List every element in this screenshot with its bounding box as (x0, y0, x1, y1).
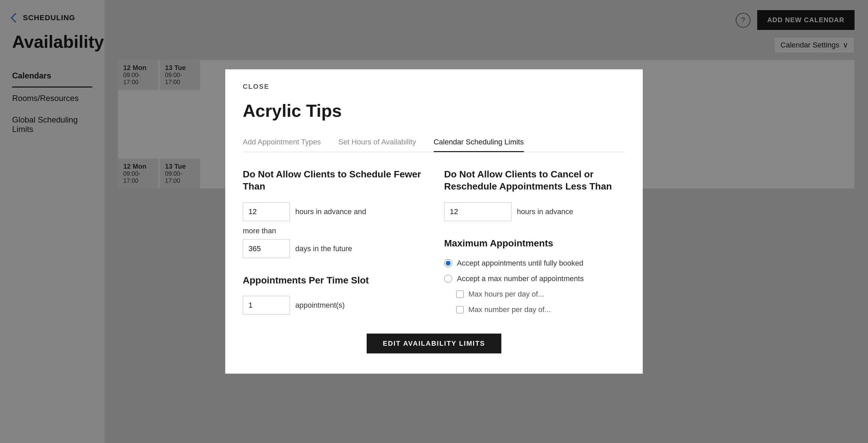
modal: CLOSE Acrylic Tips Add Appointment Types… (225, 69, 643, 374)
right-column: Do Not Allow Clients to Cancel or Resche… (444, 168, 625, 320)
max-appointments-title: Maximum Appointments (444, 237, 625, 249)
appointments-per-slot-section: Appointments Per Time Slot appointment(s… (243, 274, 424, 315)
edit-availability-limits-button[interactable]: EDIT AVAILABILITY LIMITS (367, 334, 501, 353)
hours-advance-input[interactable] (243, 202, 290, 221)
appointments-per-slot-title: Appointments Per Time Slot (243, 274, 424, 286)
schedule-min-title: Do Not Allow Clients to Schedule Fewer T… (243, 168, 424, 193)
radio-group-max-appointments: Accept appointments until fully booked A… (444, 259, 625, 314)
cancel-reschedule-title: Do Not Allow Clients to Cancel or Resche… (444, 168, 625, 193)
radio-fully-booked-label: Accept appointments until fully booked (457, 259, 583, 267)
checkbox-max-number-per-day-label: Max number per day of... (468, 305, 551, 314)
radio-fully-booked[interactable]: Accept appointments until fully booked (444, 259, 625, 267)
more-than-text: more than (243, 226, 424, 235)
radio-fully-booked-input[interactable] (444, 259, 452, 267)
modal-close-button[interactable]: CLOSE (243, 83, 625, 91)
cancel-hours-input[interactable] (444, 202, 512, 221)
days-future-row: days in the future (243, 239, 424, 258)
radio-max-number-label: Accept a max number of appointments (457, 274, 584, 283)
modal-title: Acrylic Tips (243, 101, 625, 121)
cancel-reschedule-section: Do Not Allow Clients to Cancel or Resche… (444, 168, 625, 221)
tab-set-hours[interactable]: Set Hours of Availability (338, 133, 416, 152)
modal-tabs: Add Appointment Types Set Hours of Avail… (243, 133, 625, 152)
cancel-hours-row: hours in advance (444, 202, 625, 221)
checkbox-max-hours-label: Max hours per day of... (468, 290, 544, 298)
checkbox-max-hours-input[interactable] (456, 290, 464, 298)
days-future-label: days in the future (295, 244, 352, 253)
modal-bottom: EDIT AVAILABILITY LIMITS (243, 334, 625, 353)
cancel-hours-label: hours in advance (517, 208, 574, 216)
hours-advance-row: hours in advance and (243, 202, 424, 221)
modal-two-col: Do Not Allow Clients to Schedule Fewer T… (243, 168, 625, 320)
schedule-min-section: Do Not Allow Clients to Schedule Fewer T… (243, 168, 424, 258)
checkbox-max-number-per-day-input[interactable] (456, 306, 464, 313)
slots-row: appointment(s) (243, 296, 424, 315)
checkbox-max-number-per-day[interactable]: Max number per day of... (456, 305, 625, 314)
checkbox-max-hours[interactable]: Max hours per day of... (456, 290, 625, 298)
left-column: Do Not Allow Clients to Schedule Fewer T… (243, 168, 424, 320)
days-future-input[interactable] (243, 239, 290, 258)
max-appointments-section: Maximum Appointments Accept appointments… (444, 237, 625, 314)
tab-add-appointment-types[interactable]: Add Appointment Types (243, 133, 321, 152)
radio-max-number-input[interactable] (444, 275, 452, 283)
slots-input[interactable] (243, 296, 290, 315)
slots-label: appointment(s) (295, 301, 345, 310)
tab-calendar-scheduling-limits[interactable]: Calendar Scheduling Limits (434, 133, 524, 152)
hours-advance-label: hours in advance and (295, 208, 366, 216)
radio-max-number[interactable]: Accept a max number of appointments (444, 274, 625, 283)
